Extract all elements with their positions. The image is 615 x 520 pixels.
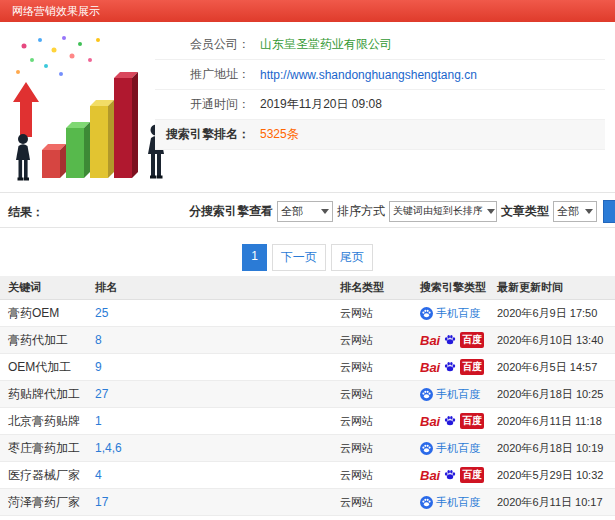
updated-cell: 2020年5月29日 10:32 xyxy=(489,468,615,483)
chevron-down-icon xyxy=(585,209,593,214)
engine-label: 百度 xyxy=(460,332,484,348)
table-row: 菏泽膏药厂家 17 云网站 手机百度 2020年6月11日 10:17 xyxy=(0,489,615,516)
up-arrow xyxy=(13,82,39,137)
engine-cell: 手机百度 xyxy=(412,387,489,402)
engine-filter-value: 全部 xyxy=(281,204,303,219)
company-info-list: 会员公司： 山东皇圣堂药业有限公司 推广地址： http://www.shand… xyxy=(155,30,605,150)
growth-chart-graphic xyxy=(6,32,178,182)
rank-type-cell: 云网站 xyxy=(332,441,412,456)
engine-label: 百度 xyxy=(460,413,484,429)
rank-link[interactable]: 1,4,6 xyxy=(87,441,332,455)
keyword-cell[interactable]: 膏药代加工 xyxy=(0,332,87,349)
sort-filter-select[interactable]: 关键词由短到长排序 xyxy=(389,201,497,222)
filter-bar: 结果： 分搜索引擎查看 全部 排序方式 关键词由短到长排序 文章类型 全部 提交 xyxy=(0,192,615,228)
article-type-label: 文章类型 xyxy=(501,203,549,220)
baidu-logo-text: Bai xyxy=(420,468,440,483)
engine-label: 手机百度 xyxy=(436,495,480,510)
header-engine-type: 搜索引擎类型 xyxy=(412,280,489,295)
keyword-cell[interactable]: 医疗器械厂家 xyxy=(0,467,87,484)
updated-cell: 2020年6月18日 10:25 xyxy=(489,387,615,402)
bar-darkred-tall xyxy=(114,72,138,178)
sort-filter-value: 关键词由短到长排序 xyxy=(393,204,483,218)
rank-link[interactable]: 17 xyxy=(87,495,332,509)
keyword-cell[interactable]: 膏药OEM xyxy=(0,305,87,322)
engine-cell: 手机百度 xyxy=(412,441,489,456)
page-title-bar: 网络营销效果展示 xyxy=(0,0,615,22)
engine-label: 手机百度 xyxy=(436,387,480,402)
mobile-baidu-icon xyxy=(420,496,433,509)
updated-cell: 2020年6月11日 11:18 xyxy=(489,414,615,429)
engine-filter-label: 分搜索引擎查看 xyxy=(189,203,273,220)
member-company-link[interactable]: 山东皇圣堂药业有限公司 xyxy=(260,36,392,53)
keyword-cell[interactable]: 菏泽膏药厂家 xyxy=(0,494,87,511)
engine-cell: Bai 百度 xyxy=(412,359,489,375)
table-body: 膏药OEM 25 云网站 手机百度 2020年6月9日 17:50 膏药代加工 … xyxy=(0,300,615,516)
pagination: 1 下一页 尾页 xyxy=(0,244,615,271)
engine-cell: Bai 百度 xyxy=(412,413,489,429)
engine-cell: Bai 百度 xyxy=(412,467,489,483)
rank-type-cell: 云网站 xyxy=(332,306,412,321)
keyword-cell[interactable]: 北京膏药贴牌 xyxy=(0,413,87,430)
updated-cell: 2020年6月5日 14:57 xyxy=(489,360,615,375)
bar-red-small xyxy=(42,144,66,178)
rank-link[interactable]: 9 xyxy=(87,360,332,374)
updated-cell: 2020年6月10日 13:40 xyxy=(489,333,615,348)
bar-green xyxy=(66,122,90,178)
rank-type-cell: 云网站 xyxy=(332,468,412,483)
rank-link[interactable]: 8 xyxy=(87,333,332,347)
article-type-value: 全部 xyxy=(557,204,579,219)
engine-label: 百度 xyxy=(460,467,484,483)
person-left xyxy=(16,134,30,181)
mobile-baidu-icon xyxy=(420,388,433,401)
updated-cell: 2020年6月9日 17:50 xyxy=(489,306,615,321)
member-company-label: 会员公司： xyxy=(155,36,250,53)
page-button-last[interactable]: 尾页 xyxy=(331,244,373,271)
submit-button[interactable]: 提交 xyxy=(603,200,615,223)
rank-link[interactable]: 4 xyxy=(87,468,332,482)
info-panel: 会员公司： 山东皇圣堂药业有限公司 推广地址： http://www.shand… xyxy=(0,22,615,192)
mobile-baidu-icon xyxy=(420,307,433,320)
rank-link[interactable]: 1 xyxy=(87,414,332,428)
table-row: 药贴牌代加工 27 云网站 手机百度 2020年6月18日 10:25 xyxy=(0,381,615,408)
rank-type-cell: 云网站 xyxy=(332,495,412,510)
promo-url-link[interactable]: http://www.shandonghuangshengtang.cn xyxy=(260,68,477,82)
engine-label: 手机百度 xyxy=(436,306,480,321)
keyword-cell[interactable]: 枣庄膏药加工 xyxy=(0,440,87,457)
chevron-down-icon xyxy=(321,209,329,214)
baidu-paw-icon xyxy=(443,468,457,482)
header-keyword: 关键词 xyxy=(0,280,87,295)
baidu-logo-text: Bai xyxy=(420,333,440,348)
promo-url-label: 推广地址： xyxy=(155,66,250,83)
rank-type-cell: 云网站 xyxy=(332,333,412,348)
engine-cell: Bai 百度 xyxy=(412,332,489,348)
rank-link[interactable]: 27 xyxy=(87,387,332,401)
engine-rank-count: 5325条 xyxy=(260,126,299,143)
chevron-down-icon xyxy=(487,209,495,214)
member-company-row: 会员公司： 山东皇圣堂药业有限公司 xyxy=(155,30,605,60)
confetti-dots xyxy=(16,36,100,76)
engine-rank-row: 搜索引擎排名： 5325条 xyxy=(155,120,605,150)
rank-link[interactable]: 25 xyxy=(87,306,332,320)
open-time-value: 2019年11月20日 09:08 xyxy=(260,96,382,113)
updated-cell: 2020年6月11日 10:17 xyxy=(489,495,615,510)
header-updated: 最新更新时间 xyxy=(489,280,615,295)
engine-cell: 手机百度 xyxy=(412,306,489,321)
page-button-next[interactable]: 下一页 xyxy=(272,244,326,271)
keyword-cell[interactable]: 药贴牌代加工 xyxy=(0,386,87,403)
page-button-current[interactable]: 1 xyxy=(242,244,267,271)
baidu-paw-icon xyxy=(443,360,457,374)
engine-filter-select[interactable]: 全部 xyxy=(277,201,333,222)
engine-label: 百度 xyxy=(460,359,484,375)
baidu-logo-text: Bai xyxy=(420,414,440,429)
rank-type-cell: 云网站 xyxy=(332,414,412,429)
mobile-baidu-icon xyxy=(420,442,433,455)
header-rank: 排名 xyxy=(87,280,332,295)
baidu-paw-icon xyxy=(443,333,457,347)
result-label: 结果： xyxy=(8,204,44,221)
table-row: OEM代加工 9 云网站 Bai 百度 2020年6月5日 14:57 xyxy=(0,354,615,381)
filter-group: 分搜索引擎查看 全部 排序方式 关键词由短到长排序 文章类型 全部 提交 xyxy=(185,193,615,229)
keyword-cell[interactable]: OEM代加工 xyxy=(0,359,87,376)
table-row: 北京膏药贴牌 1 云网站 Bai 百度 2020年6月11日 11:18 xyxy=(0,408,615,435)
results-table: 关键词 排名 排名类型 搜索引擎类型 最新更新时间 膏药OEM 25 云网站 手… xyxy=(0,276,615,516)
article-type-select[interactable]: 全部 xyxy=(553,201,597,222)
